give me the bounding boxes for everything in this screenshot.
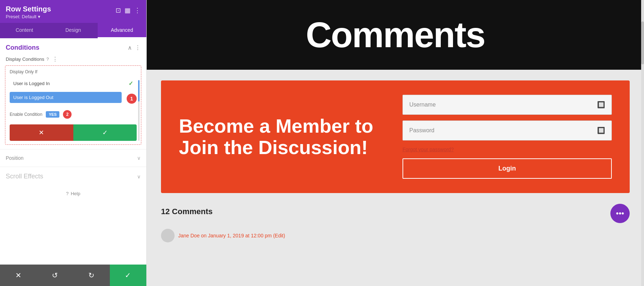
condition-logged-out-label: User is Logged Out	[13, 95, 53, 100]
badge-2: 2	[63, 110, 72, 119]
help-label[interactable]: Help	[71, 191, 80, 196]
conditions-title: Conditions	[6, 44, 39, 51]
bottom-redo-button[interactable]: ↻	[73, 265, 110, 286]
box-cancel-button[interactable]: ✕	[10, 124, 73, 141]
comment-avatar	[161, 229, 175, 242]
position-section[interactable]: Position ∨	[0, 149, 146, 167]
conditions-box: Display Only If User is Logged In ✓ User…	[5, 65, 141, 145]
display-only-if-label: Display Only If	[10, 69, 137, 74]
panel-header: Row Settings Preset: Default ▾ ⊡ ▦ ⋮	[0, 0, 146, 23]
condition-logged-in-check: ✓	[128, 80, 133, 87]
tab-content[interactable]: Content	[0, 23, 49, 38]
scroll-effects-chevron-icon: ∨	[137, 174, 141, 179]
help-icon[interactable]: ?	[66, 191, 69, 196]
box-actions: ✕ ✓	[10, 124, 137, 141]
password-placeholder: Password	[409, 127, 434, 134]
panel-tabs: Content Design Advanced	[0, 23, 146, 38]
tab-design[interactable]: Design	[49, 23, 97, 38]
conditions-section-header: Conditions ∧ ⋮	[0, 38, 146, 54]
collapse-conditions-icon[interactable]: ∧	[128, 44, 132, 51]
comments-hero-title: Comments	[168, 14, 623, 55]
enable-condition-label: Enable Condition	[10, 112, 42, 117]
conditions-menu-icon[interactable]: ⋮	[135, 44, 141, 51]
right-panel: Comments Become a Member to Join the Dis…	[147, 0, 644, 286]
bottom-undo-button[interactable]: ↺	[36, 265, 73, 286]
panel-body: Conditions ∧ ⋮ Display Conditions ? ⋮ Di…	[0, 38, 146, 265]
bottom-save-button[interactable]: ✓	[110, 265, 146, 286]
join-card: Become a Member to Join the Discussion! …	[161, 80, 630, 193]
expand-icon[interactable]: ▦	[125, 6, 131, 14]
box-confirm-button[interactable]: ✓	[73, 124, 137, 141]
forgot-password-link[interactable]: Forgot your password?	[402, 147, 454, 152]
left-panel: Row Settings Preset: Default ▾ ⊡ ▦ ⋮ Con…	[0, 0, 147, 286]
conditions-scrollbar	[138, 80, 140, 141]
panel-title: Row Settings	[6, 5, 51, 13]
username-field[interactable]: Username 🔲	[402, 95, 612, 115]
conditions-scrollbar-thumb	[138, 80, 140, 102]
join-text: Become a Member to Join the Discussion!	[179, 115, 388, 158]
username-placeholder: Username	[409, 102, 436, 108]
comments-hero: Comments	[147, 0, 644, 70]
enable-condition-row: Enable Condition YES 2	[10, 109, 137, 121]
display-conditions-row: Display Conditions ? ⋮	[0, 54, 146, 65]
condition-logged-out[interactable]: User is Logged Out	[10, 92, 122, 103]
main-content: Become a Member to Join the Discussion! …	[147, 70, 644, 286]
badge-1: 1	[127, 94, 137, 104]
comments-count: 12 Comments	[161, 207, 213, 216]
join-form: Username 🔲 Password 🔲 Forgot your passwo…	[402, 95, 612, 179]
tab-advanced[interactable]: Advanced	[98, 23, 146, 38]
collapse-icon[interactable]: ⊡	[116, 6, 121, 14]
comment-row: Jane Doe on January 1, 2019 at 12:00 pm …	[161, 229, 630, 242]
position-label: Position	[6, 155, 24, 161]
right-scrollbar[interactable]	[641, 0, 644, 286]
conditions-help-icon[interactable]: ?	[47, 57, 49, 62]
bottom-bar: ✕ ↺ ↻ ✓	[0, 265, 146, 286]
condition-logged-in[interactable]: User is Logged In ✓	[10, 77, 137, 90]
comment-meta: Jane Doe on January 1, 2019 at 12:00 pm …	[178, 233, 285, 238]
position-chevron-icon: ∨	[137, 155, 141, 161]
bottom-cancel-button[interactable]: ✕	[0, 265, 36, 286]
login-button[interactable]: Login	[402, 158, 612, 179]
username-icon: 🔲	[597, 101, 605, 109]
condition-logged-in-label: User is Logged In	[13, 81, 50, 86]
scroll-effects-section[interactable]: Scroll Effects ∨	[0, 167, 146, 186]
comments-header-row: 12 Comments •••	[161, 204, 630, 223]
enable-condition-toggle[interactable]: YES	[46, 111, 59, 118]
scroll-effects-label: Scroll Effects	[6, 173, 43, 180]
password-field[interactable]: Password 🔲	[402, 120, 612, 140]
fab-button[interactable]: •••	[610, 204, 630, 223]
help-row: ? Help	[0, 186, 146, 201]
comments-section: 12 Comments ••• Jane Doe on January 1, 2…	[161, 204, 630, 250]
right-scrollbar-thumb	[641, 21, 644, 64]
display-conditions-label: Display Conditions	[6, 56, 44, 62]
panel-preset[interactable]: Preset: Default ▾	[6, 14, 51, 19]
conditions-row-menu-icon[interactable]: ⋮	[52, 56, 58, 63]
more-icon[interactable]: ⋮	[134, 6, 141, 14]
password-icon: 🔲	[597, 127, 605, 134]
